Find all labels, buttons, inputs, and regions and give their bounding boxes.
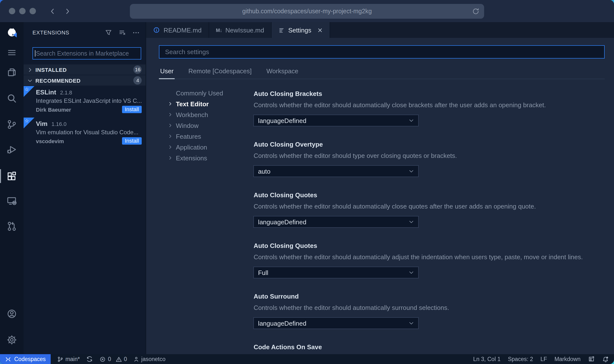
setting-description: Controls whether the editor should autom… [254, 304, 605, 311]
chevron-down-icon [409, 320, 414, 326]
remote-explorer-button[interactable] [6, 195, 18, 207]
star-icon: ☆ [25, 87, 29, 92]
back-button[interactable] [49, 7, 57, 15]
chevron-right-icon [168, 134, 173, 139]
codespaces-remote-button[interactable]: Codespaces [0, 354, 51, 364]
search-button[interactable] [6, 92, 18, 104]
back-icon [49, 7, 57, 15]
status-bar: Codespaces main* 0 0 jasonetco Ln 3, Col… [0, 354, 614, 364]
extensions-search-box [32, 47, 141, 60]
window-controls [9, 8, 36, 14]
tab-label: Settings [288, 26, 311, 34]
gear-icon [6, 334, 17, 345]
installed-section-header[interactable]: INSTALLED 16 [24, 64, 146, 75]
settings-gear-button[interactable] [6, 334, 18, 346]
setting-dropdown[interactable]: auto [254, 165, 419, 177]
activity-bar [0, 22, 24, 354]
extension-list-item[interactable]: ☆ Vim 1.16.0 Vim emulation for Visual St… [24, 118, 146, 149]
toc-item-text-editor[interactable]: Text Editor [159, 98, 254, 109]
tab-newissue[interactable]: M↓ NewIssue.md [209, 22, 271, 38]
window-minimize-button[interactable] [19, 8, 26, 14]
settings-scope-tabs: User Remote [Codespaces] Workspace [159, 67, 605, 79]
setting-description: Controls whether the editor should autom… [254, 203, 605, 210]
extension-name: Vim [36, 120, 47, 127]
more-actions-button[interactable] [133, 29, 140, 36]
setting-entry: Auto Closing Quotes Controls whether the… [254, 242, 605, 278]
language-button[interactable]: Markdown [554, 356, 581, 362]
explorer-icon [6, 67, 17, 78]
problems-button[interactable]: 0 0 [100, 356, 127, 362]
source-control-button[interactable] [6, 119, 18, 130]
chevron-down-icon [409, 118, 414, 123]
setting-dropdown[interactable]: languageDefined [254, 115, 419, 126]
explorer-button[interactable] [6, 66, 18, 78]
indent-button[interactable]: Spaces: 2 [508, 356, 533, 362]
setting-dropdown[interactable]: Full [254, 267, 419, 278]
extension-description: Integrates ESLint JavaScript into VS C..… [36, 97, 142, 104]
setting-dropdown[interactable]: languageDefined [254, 317, 419, 329]
url-bar[interactable]: github.com/codespaces/user-my-project-mg… [130, 4, 484, 19]
notifications-button[interactable] [602, 356, 609, 363]
chevron-down-icon [409, 270, 414, 275]
dropdown-value: languageDefined [258, 319, 307, 327]
window-close-button[interactable] [9, 8, 15, 14]
install-button[interactable]: Install [122, 106, 142, 113]
setting-title: Auto Closing Brackets [254, 90, 605, 97]
warning-icon [116, 356, 122, 362]
reload-button[interactable] [472, 7, 480, 15]
filter-button[interactable] [105, 29, 112, 36]
setting-description: Controls whether the editor should type … [254, 152, 605, 159]
menu-button[interactable] [6, 47, 18, 59]
run-debug-icon [6, 144, 17, 155]
recommended-section-header[interactable]: RECOMMENDED 4 [24, 75, 146, 86]
extensions-search-input[interactable] [36, 50, 139, 57]
setting-entry: Code Actions On Save [254, 343, 605, 351]
clear-list-button[interactable] [119, 29, 126, 36]
clear-list-icon [119, 29, 126, 36]
line-col-button[interactable]: Ln 3, Col 1 [473, 356, 500, 362]
close-tab-button[interactable] [317, 27, 323, 33]
scope-tab-remote[interactable]: Remote [Codespaces] [187, 67, 253, 79]
forward-button[interactable] [63, 7, 71, 15]
run-debug-button[interactable] [6, 144, 18, 155]
settings-search-input[interactable] [164, 48, 600, 56]
user-button[interactable]: jasonetco [133, 356, 165, 362]
installed-count-badge: 16 [134, 65, 142, 74]
chevron-right-icon [168, 112, 173, 117]
install-button[interactable]: Install [122, 137, 142, 145]
tab-settings[interactable]: Settings [272, 22, 330, 38]
toc-item-extensions[interactable]: Extensions [159, 152, 254, 163]
extension-list-item[interactable]: ☆ ESLint 2.1.8 Integrates ESLint JavaScr… [24, 86, 146, 118]
recommended-ribbon: ☆ [24, 118, 34, 128]
chevron-right-icon [168, 123, 173, 128]
toc-item-window[interactable]: Window [159, 120, 254, 131]
github-codespaces-logo [6, 27, 18, 39]
search-icon [6, 93, 17, 104]
tab-readme[interactable]: README.md [146, 22, 209, 38]
scope-tab-user[interactable]: User [159, 67, 175, 79]
eol-button[interactable]: LF [540, 356, 547, 362]
error-icon [100, 356, 106, 362]
tab-label: NewIssue.md [225, 26, 264, 34]
dropdown-value: auto [258, 167, 271, 175]
toc-item-workbench[interactable]: Workbench [159, 109, 254, 120]
scope-tab-workspace[interactable]: Workspace [265, 67, 299, 79]
pull-request-button[interactable] [6, 220, 18, 232]
toc-item-application[interactable]: Application [159, 142, 254, 152]
dropdown-value: Full [258, 269, 268, 276]
setting-entry: Auto Closing Brackets Controls whether t… [254, 90, 605, 126]
extension-publisher: vscodevim [36, 138, 64, 144]
feedback-button[interactable] [588, 356, 595, 363]
toc-item-commonly-used[interactable]: Commonly Used [159, 88, 254, 98]
settings-editor: User Remote [Codespaces] Workspace Commo… [146, 38, 614, 354]
setting-title: Auto Closing Quotes [254, 191, 605, 199]
setting-description: Controls whether the editor should autom… [254, 101, 605, 109]
window-maximize-button[interactable] [30, 8, 36, 14]
setting-dropdown[interactable]: languageDefined [254, 216, 419, 228]
account-button[interactable] [6, 308, 18, 320]
toc-item-features[interactable]: Features [159, 131, 254, 142]
setting-title: Code Actions On Save [254, 343, 605, 351]
extensions-button[interactable] [6, 170, 18, 182]
sync-button[interactable] [86, 356, 93, 363]
branch-button[interactable]: main* [57, 356, 80, 362]
